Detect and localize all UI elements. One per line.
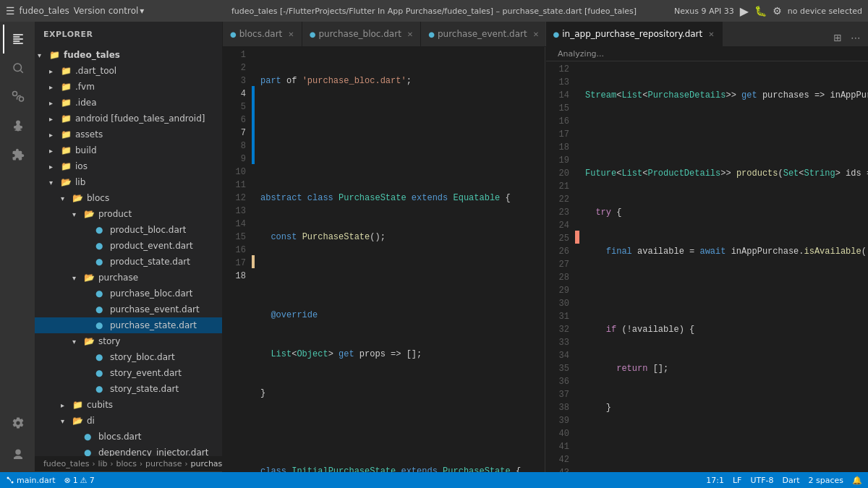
status-errors[interactable]: ⊗ 1 ⚠ 7 [64, 476, 95, 485]
sidebar-item-blocs[interactable]: ▾ 📂 blocs [35, 190, 222, 206]
status-bell[interactable]: 🔔 [852, 476, 862, 485]
rline-19: return []; [585, 362, 868, 375]
tab-purchase-event[interactable]: ● purchase_event.dart ✕ [421, 22, 545, 46]
code-line-6 [260, 270, 545, 283]
svg-point-0 [14, 64, 22, 72]
split-editor-icon[interactable]: ⊞ [830, 29, 845, 46]
sidebar-item-di[interactable]: ▾ 📂 di [35, 413, 222, 429]
rline-13 [585, 128, 868, 141]
status-encoding[interactable]: UTF-8 [750, 476, 773, 485]
code-line-8: List<Object> get props => []; [260, 348, 545, 361]
status-branch[interactable]: main.dart [6, 476, 56, 485]
right-actions: ⊞ ⋯ [826, 29, 868, 46]
editor-tabs-container: ● blocs.dart ✕ ● purchase_bloc.dart ✕ ● … [223, 22, 868, 47]
code-content[interactable]: part of 'purchase_bloc.dart'; abstract c… [255, 47, 545, 472]
analyzing-text: Analyzing... [552, 49, 610, 59]
tab-in-app-purchase-repo[interactable]: ● in_app_purchase_repository.dart ✕ [546, 22, 723, 46]
sidebar-content: ▾ 📁 fudeo_tales ▸ 📁 .dart_tool ▸ 📁 .fvm … [35, 47, 222, 456]
sidebar-item-android[interactable]: ▸ 📁 android [fudeo_tales_android] [35, 111, 222, 127]
debug-btn[interactable]: 🐛 [754, 5, 767, 17]
version-control-btn[interactable]: Version control ▾ [74, 6, 145, 16]
right-editor-content[interactable]: 12 13 14 15 16 17 18 19 20 21 22 23 24 2… [546, 61, 868, 472]
activity-extensions[interactable] [3, 140, 32, 169]
sidebar-item-product[interactable]: ▾ 📂 product [35, 206, 222, 222]
code-line-7: @override [260, 309, 545, 322]
sidebar-item-cubits[interactable]: ▸ 📁 cubits [35, 397, 222, 413]
hamburger-icon[interactable]: ☰ [6, 5, 15, 17]
sidebar-item-fvm[interactable]: ▸ 📁 .fvm [35, 79, 222, 95]
status-right: 17:1 LF UTF-8 Dart 2 spaces 🔔 [706, 476, 862, 485]
root-label: fudeo_tales [64, 50, 120, 60]
rline-20: } [585, 401, 868, 414]
file-icon: ● [84, 448, 95, 456]
sidebar-item-assets[interactable]: ▸ 📁 assets [35, 127, 222, 142]
activity-account[interactable] [3, 440, 32, 469]
warning-count: 7 [90, 476, 95, 485]
item-label: story [98, 336, 120, 346]
breadcrumb-item-root[interactable]: fudeo_tales [43, 459, 89, 468]
sidebar-item-product-event[interactable]: ▸ ● product_event.dart [35, 238, 222, 254]
breadcrumb-item-blocs[interactable]: blocs [116, 459, 137, 468]
no-device-selector[interactable]: no device selected [788, 7, 862, 16]
close-icon[interactable]: ✕ [288, 30, 294, 38]
close-icon[interactable]: ✕ [407, 30, 413, 38]
sidebar-item-dependency-injector[interactable]: ▸ ● dependency_injector.dart [35, 445, 222, 456]
tab-purchase-bloc[interactable]: ● purchase_bloc.dart ✕ [302, 22, 422, 46]
sidebar-item-story-bloc[interactable]: ▸ ● story_bloc.dart [35, 349, 222, 365]
folder-icon: 📁 [61, 98, 72, 108]
rline-12: Stream<List<PurchaseDetails>> get purcha… [585, 89, 868, 102]
activity-explorer[interactable] [3, 25, 32, 53]
status-line-ending[interactable]: LF [733, 476, 741, 485]
item-label: .fvm [75, 82, 95, 92]
breadcrumb-item-lib[interactable]: lib [98, 459, 107, 468]
sidebar-item-story[interactable]: ▾ 📂 story [35, 333, 222, 349]
sidebar-item-lib[interactable]: ▾ 📂 lib [35, 174, 222, 190]
settings-icon[interactable]: ⚙ [773, 5, 782, 17]
code-line-9: } [260, 387, 545, 400]
folder-open-icon: 📂 [72, 416, 84, 426]
file-icon: ● [95, 225, 107, 235]
folder-icon: 📁 [61, 129, 72, 140]
file-icon: ● [84, 432, 95, 442]
item-label: product_event.dart [110, 241, 193, 251]
sidebar-root-item[interactable]: ▾ 📁 fudeo_tales [35, 47, 222, 63]
sidebar-item-purchase-state[interactable]: ▸ ● purchase_state.dart [35, 317, 222, 333]
sidebar-item-purchase-event[interactable]: ▸ ● purchase_event.dart [35, 301, 222, 317]
run-btn[interactable]: ▶ [740, 4, 749, 18]
item-label: .idea [75, 98, 97, 108]
sidebar-item-purchase-bloc[interactable]: ▸ ● purchase_bloc.dart [35, 286, 222, 301]
project-label[interactable]: fudeo_tales [20, 6, 69, 16]
branch-name: main.dart [17, 476, 56, 485]
folder-open-icon: 📂 [84, 273, 95, 283]
sidebar-item-blocs-dart[interactable]: ▸ ● blocs.dart [35, 429, 222, 445]
sidebar-item-idea[interactable]: ▸ 📁 .idea [35, 95, 222, 111]
device-selector[interactable]: Nexus 9 API 33 [674, 7, 734, 16]
right-code-content[interactable]: Stream<List<PurchaseDetails>> get purcha… [579, 61, 868, 472]
spaces-text: 2 spaces [809, 476, 844, 485]
item-label: lib [75, 177, 85, 187]
sidebar-item-ios[interactable]: ▸ 📁 ios [35, 158, 222, 174]
item-label: purchase [98, 273, 138, 283]
tab-blocs[interactable]: ● blocs.dart ✕ [223, 22, 302, 46]
sidebar-item-product-bloc[interactable]: ▸ ● product_bloc.dart [35, 222, 222, 238]
breadcrumb-item-purchase[interactable]: purchase [145, 459, 182, 468]
activity-settings[interactable] [3, 408, 32, 437]
more-actions-icon[interactable]: ⋯ [848, 29, 864, 46]
status-language[interactable]: Dart [782, 476, 799, 485]
activity-source-control[interactable] [3, 82, 32, 111]
sidebar-item-story-event[interactable]: ▸ ● story_event.dart [35, 365, 222, 381]
sidebar-item-purchase[interactable]: ▾ 📂 purchase [35, 270, 222, 286]
item-label: story_state.dart [110, 384, 179, 394]
sidebar-item-story-state[interactable]: ▸ ● story_state.dart [35, 381, 222, 397]
left-editor-content[interactable]: 1 2 3 4 5 6 7 8 9 10 11 12 13 14 [223, 47, 545, 472]
close-icon[interactable]: ✕ [708, 30, 714, 38]
sidebar-item-dart-tool[interactable]: ▸ 📁 .dart_tool [35, 63, 222, 79]
close-icon[interactable]: ✕ [533, 30, 539, 38]
collapse-arrow: ▾ [38, 51, 49, 59]
status-spaces[interactable]: 2 spaces [809, 476, 844, 485]
activity-debug[interactable] [3, 111, 32, 140]
sidebar-item-product-state[interactable]: ▸ ● product_state.dart [35, 254, 222, 270]
status-line-col[interactable]: 17:1 [706, 476, 724, 485]
sidebar-item-build[interactable]: ▸ 📁 build [35, 142, 222, 158]
activity-search[interactable] [3, 53, 32, 82]
